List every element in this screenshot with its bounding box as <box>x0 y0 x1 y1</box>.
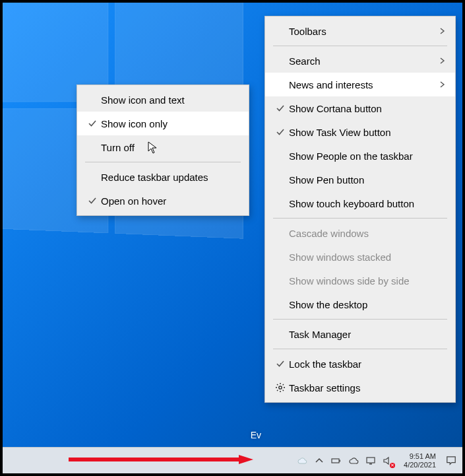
submenu-item-turn-off[interactable]: Turn off <box>77 135 249 159</box>
menu-item-touch-keyboard[interactable]: Show touch keyboard button <box>265 191 455 215</box>
check-icon <box>272 104 289 113</box>
action-center-icon[interactable] <box>445 455 457 467</box>
menu-item-cortana[interactable]: Show Cortana button <box>265 96 455 120</box>
system-tray: ✕ 9:51 AM 4/20/2021 <box>297 452 457 469</box>
menu-label: Show icon only <box>101 118 239 129</box>
menu-label: Show Cortana button <box>289 103 435 114</box>
menu-label: Show touch keyboard button <box>289 198 435 209</box>
menu-item-lock-taskbar[interactable]: Lock the taskbar <box>265 352 455 376</box>
menu-item-search[interactable]: Search <box>265 49 455 73</box>
svg-rect-3 <box>332 459 339 463</box>
check-icon <box>272 127 289 137</box>
cursor-icon <box>148 141 158 154</box>
menu-item-show-desktop[interactable]: Show the desktop <box>265 292 455 316</box>
svg-rect-5 <box>367 458 375 463</box>
menu-label: Show Task View button <box>289 127 435 138</box>
taskbar-context-menu: Toolbars Search News and interests Show … <box>264 16 456 403</box>
separator <box>85 162 241 162</box>
separator <box>273 218 447 219</box>
volume-icon[interactable]: ✕ <box>383 456 393 466</box>
menu-label: Show windows side by side <box>289 275 435 287</box>
menu-label: Open on hover <box>101 195 239 207</box>
svg-rect-6 <box>369 463 372 465</box>
clock-time: 9:51 AM <box>410 452 436 461</box>
desktop: Ev Toolbars Search News and interests <box>3 3 462 473</box>
menu-label: Task Manager <box>289 329 435 340</box>
tray-chevron-up-icon[interactable] <box>314 456 325 466</box>
chevron-right-icon <box>435 28 446 34</box>
check-icon <box>84 196 101 205</box>
network-icon[interactable] <box>365 456 376 466</box>
submenu-item-open-hover[interactable]: Open on hover <box>77 189 249 213</box>
menu-label: Turn off <box>101 142 239 153</box>
battery-icon[interactable] <box>331 456 342 466</box>
svg-marker-2 <box>239 455 253 464</box>
chevron-right-icon <box>435 81 446 88</box>
submenu-item-icon-only[interactable]: Show icon only <box>77 112 249 135</box>
svg-point-0 <box>279 386 282 389</box>
menu-label: Reduce taskbar updates <box>101 172 239 183</box>
menu-item-taskview[interactable]: Show Task View button <box>265 120 455 144</box>
clock-date: 4/20/2021 <box>404 461 436 469</box>
separator <box>273 319 447 320</box>
menu-label: News and interests <box>289 79 435 90</box>
check-icon <box>84 119 101 128</box>
watermark-fragment: Ev <box>251 430 261 440</box>
menu-label: Show the desktop <box>289 299 435 310</box>
submenu-item-icon-text[interactable]: Show icon and text <box>77 88 249 112</box>
menu-label: Show icon and text <box>101 94 239 106</box>
menu-item-stacked: Show windows stacked <box>265 245 455 269</box>
menu-item-people[interactable]: Show People on the taskbar <box>265 144 455 168</box>
menu-label: Lock the taskbar <box>289 358 435 370</box>
menu-label: Taskbar settings <box>289 382 435 393</box>
menu-item-pen[interactable]: Show Pen button <box>265 168 455 191</box>
annotation-arrow-icon <box>69 455 253 464</box>
menu-item-sidebyside: Show windows side by side <box>265 269 455 292</box>
menu-label: Show Pen button <box>289 174 435 186</box>
chevron-right-icon <box>435 57 446 64</box>
menu-item-news-interests[interactable]: News and interests <box>265 73 455 96</box>
separator <box>273 46 447 46</box>
check-icon <box>272 359 289 368</box>
menu-label: Toolbars <box>289 26 435 37</box>
gear-icon <box>272 382 289 393</box>
menu-item-toolbars[interactable]: Toolbars <box>265 19 455 43</box>
menu-item-task-manager[interactable]: Task Manager <box>265 322 455 346</box>
weather-cloud-icon[interactable] <box>297 456 307 466</box>
separator <box>273 349 447 349</box>
menu-label: Show windows stacked <box>289 252 435 263</box>
menu-label: Show People on the taskbar <box>289 151 435 162</box>
svg-rect-4 <box>340 459 341 461</box>
menu-item-cascade: Cascade windows <box>265 221 455 245</box>
menu-label: Search <box>289 55 435 67</box>
menu-label: Cascade windows <box>289 228 435 239</box>
onedrive-cloud-icon[interactable] <box>348 456 359 466</box>
news-interests-submenu: Show icon and text Show icon only Turn o… <box>77 85 249 216</box>
taskbar-clock[interactable]: 9:51 AM 4/20/2021 <box>404 452 436 469</box>
submenu-item-reduce-updates[interactable]: Reduce taskbar updates <box>77 165 249 189</box>
menu-item-taskbar-settings[interactable]: Taskbar settings <box>265 376 455 399</box>
